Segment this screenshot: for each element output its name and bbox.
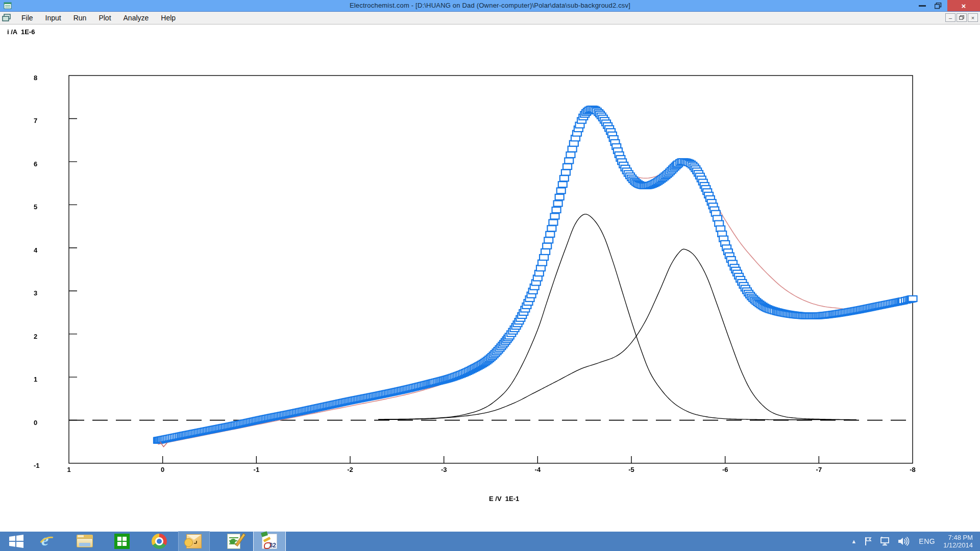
electrochemist-icon: 32 [262,534,277,549]
x-tick-label: 1 [67,466,70,473]
menu-run[interactable]: Run [67,12,93,24]
y-tick-label: 7 [34,117,37,124]
menu-help[interactable]: Help [155,12,182,24]
menu-bar: File Input Run Plot Analyze Help – × [0,12,980,24]
x-tick-label: -6 [722,466,728,473]
x-tick-label: -8 [910,466,916,473]
mdi-restore-icon [959,15,964,20]
taskbar: e 32 ▲ [0,532,980,551]
store-icon [114,534,130,549]
restore-icon [935,3,942,9]
outlook-icon [186,534,202,548]
chrome-taskbar-icon[interactable] [146,532,173,551]
internet-explorer-taskbar-icon[interactable]: e [35,532,59,551]
file-explorer-taskbar-icon[interactable] [71,532,98,551]
network-icon[interactable] [880,536,891,546]
desktop-screen: 10-1-2-3-4-5-6-7-8876543210-1 i /A 1E-6 … [0,0,980,551]
y-tick-label: -1 [34,462,40,469]
x-axis-title: E /V 1E-1 [489,495,519,503]
start-button[interactable] [4,532,29,551]
chrome-icon [152,534,167,549]
electrochemist-taskbar-icon[interactable]: 32 [254,532,285,551]
language-indicator[interactable]: ENG [919,537,935,545]
y-axis-unit-label: i /A 1E-6 [7,28,35,36]
x-tick-label: -2 [347,466,353,473]
menu-analyze[interactable]: Analyze [117,12,155,24]
icon-32-label: 32 [270,542,276,549]
window-title: Electrochemist.com - [D:\HUANG on Dad (O… [0,2,980,9]
mdi-close-button[interactable]: × [968,13,978,22]
outlook-taskbar-icon[interactable] [179,532,209,551]
x-tick-label: -3 [441,466,447,473]
system-tray: ▲ ENG 7:48 PM 1/12/2014 [851,532,980,551]
y-tick-label: 8 [34,74,37,82]
store-taskbar-icon[interactable] [109,532,135,551]
x-tick-label: -5 [628,466,634,473]
y-tick-label: 2 [34,333,37,340]
restore-button[interactable] [931,0,945,11]
mdi-minimize-button[interactable]: – [945,13,955,22]
notes-taskbar-icon[interactable] [220,532,247,551]
windows-logo-icon [9,535,23,548]
menu-plot[interactable]: Plot [92,12,117,24]
clock[interactable]: 7:48 PM 1/12/2014 [943,534,973,549]
y-tick-label: 3 [34,289,37,297]
x-tick-label: -4 [535,466,541,473]
y-tick-label: 5 [34,203,37,211]
ie-icon: e [39,534,55,549]
window-titlebar[interactable]: Electrochemist.com - [D:\HUANG on Dad (O… [0,0,980,12]
tray-date: 1/12/2014 [943,541,973,549]
close-button[interactable]: × [947,0,980,11]
y-tick-label: 6 [34,160,37,168]
mdi-child-icon [2,14,11,21]
y-tick-label: 1 [34,375,37,383]
y-tick-label: 0 [34,419,37,427]
show-hidden-icons-chevron[interactable]: ▲ [851,538,856,544]
chart-canvas [0,0,980,551]
x-tick-label: -7 [816,466,822,473]
menu-input[interactable]: Input [39,12,67,24]
folder-icon [77,535,93,548]
x-tick-label: 0 [161,466,164,473]
minimize-button[interactable] [915,0,929,11]
x-tick-label: -1 [254,466,260,473]
volume-icon[interactable] [897,536,910,546]
notes-icon [227,534,240,549]
tray-time: 7:48 PM [943,534,973,541]
action-center-flag-icon[interactable] [864,536,874,546]
menu-file[interactable]: File [15,12,39,24]
mdi-restore-button[interactable] [957,13,967,22]
y-tick-label: 4 [34,246,37,254]
